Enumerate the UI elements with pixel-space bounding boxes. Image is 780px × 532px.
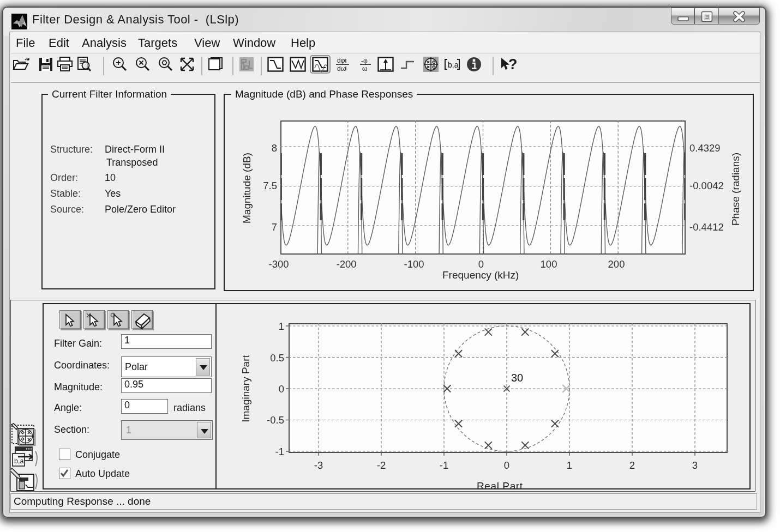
svg-text:b,a: b,a: [14, 457, 23, 465]
